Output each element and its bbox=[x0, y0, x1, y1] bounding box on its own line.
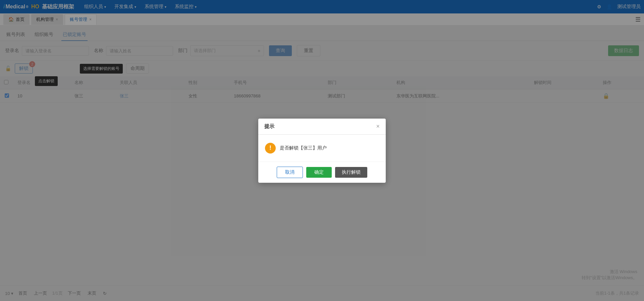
dialog-title: 提示 bbox=[264, 123, 274, 130]
dialog-overlay: 提示 × ! 是否解锁【张三】用户 取消 确定 执行解锁 bbox=[0, 0, 644, 301]
warn-icon: ! bbox=[265, 143, 276, 154]
dialog-cancel-button[interactable]: 取消 bbox=[277, 167, 303, 178]
dialog-message: 是否解锁【张三】用户 bbox=[280, 145, 327, 151]
dialog-header: 提示 × bbox=[258, 119, 386, 135]
dialog-body: ! 是否解锁【张三】用户 bbox=[258, 135, 386, 162]
dialog-confirm-button[interactable]: 确定 bbox=[306, 167, 332, 178]
dialog-close-button[interactable]: × bbox=[376, 123, 380, 129]
dialog-execute-button[interactable]: 执行解锁 bbox=[335, 167, 367, 178]
dialog: 提示 × ! 是否解锁【张三】用户 取消 确定 执行解锁 bbox=[258, 119, 386, 183]
dialog-footer: 取消 确定 执行解锁 bbox=[258, 162, 386, 183]
